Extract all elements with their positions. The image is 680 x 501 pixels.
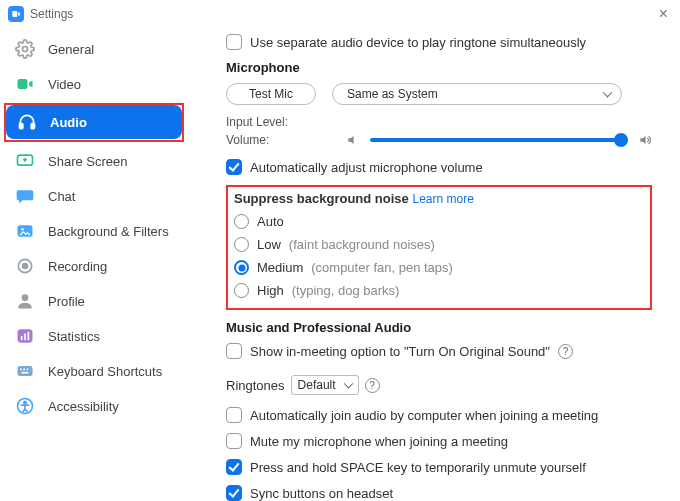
- separate-device-checkbox[interactable]: [226, 34, 242, 50]
- profile-icon: [14, 290, 36, 312]
- svg-point-6: [21, 228, 24, 231]
- close-icon[interactable]: ×: [655, 5, 672, 23]
- svg-point-8: [23, 264, 28, 269]
- svg-rect-12: [24, 334, 26, 341]
- auto-adjust-checkbox[interactable]: [226, 159, 242, 175]
- noise-title: Suppress background noise: [234, 191, 409, 206]
- svg-point-9: [22, 294, 29, 301]
- auto-join-checkbox[interactable]: [226, 407, 242, 423]
- headphones-icon: [16, 111, 38, 133]
- gear-icon: [14, 38, 36, 60]
- noise-auto-row[interactable]: Auto: [234, 210, 644, 233]
- recording-icon: [14, 255, 36, 277]
- separate-device-label: Use separate audio device to play ringto…: [250, 35, 586, 50]
- sidebar-item-share-screen[interactable]: Share Screen: [4, 144, 184, 178]
- noise-high-row[interactable]: High (typing, dog barks): [234, 279, 644, 302]
- share-screen-icon: [14, 150, 36, 172]
- learn-more-link[interactable]: Learn more: [412, 192, 473, 206]
- svg-rect-1: [18, 79, 28, 89]
- titlebar: Settings ×: [0, 0, 680, 28]
- sidebar-item-label: Audio: [50, 115, 87, 130]
- noise-suppress-highlight: Suppress background noise Learn more Aut…: [226, 185, 652, 310]
- sidebar-item-label: Share Screen: [48, 154, 128, 169]
- sidebar-item-label: Statistics: [48, 329, 100, 344]
- noise-low-radio[interactable]: [234, 237, 249, 252]
- svg-rect-17: [27, 369, 29, 371]
- original-sound-label: Show in-meeting option to "Turn On Origi…: [250, 344, 550, 359]
- svg-point-20: [24, 401, 27, 404]
- svg-rect-14: [18, 366, 33, 376]
- separate-device-row: Use separate audio device to play ringto…: [226, 34, 652, 50]
- speaker-high-icon: [638, 133, 652, 147]
- original-sound-checkbox[interactable]: [226, 343, 242, 359]
- sync-headset-label: Sync buttons on headset: [250, 486, 393, 501]
- volume-label: Volume:: [226, 133, 336, 147]
- input-level-label: Input Level:: [226, 115, 336, 129]
- ringtones-select[interactable]: Default: [291, 375, 359, 395]
- svg-rect-18: [22, 372, 29, 374]
- keyboard-icon: [14, 360, 36, 382]
- sidebar-item-profile[interactable]: Profile: [4, 284, 184, 318]
- svg-rect-15: [20, 369, 22, 371]
- auto-adjust-label: Automatically adjust microphone volume: [250, 160, 483, 175]
- accessibility-icon: [14, 395, 36, 417]
- help-icon[interactable]: ?: [558, 344, 573, 359]
- window-title: Settings: [30, 7, 73, 21]
- sidebar-item-label: Accessibility: [48, 399, 119, 414]
- sidebar-item-chat[interactable]: Chat: [4, 179, 184, 213]
- microphone-title: Microphone: [226, 60, 652, 75]
- sidebar-item-statistics[interactable]: Statistics: [4, 319, 184, 353]
- sidebar-item-label: Video: [48, 77, 81, 92]
- space-unmute-label: Press and hold SPACE key to temporarily …: [250, 460, 586, 475]
- sidebar-item-general[interactable]: General: [4, 32, 184, 66]
- sidebar-item-label: Profile: [48, 294, 85, 309]
- noise-low-row[interactable]: Low (faint background noises): [234, 233, 644, 256]
- sidebar-item-label: General: [48, 42, 94, 57]
- sidebar-item-label: Background & Filters: [48, 224, 169, 239]
- input-level-meter: [346, 119, 652, 125]
- statistics-icon: [14, 325, 36, 347]
- sidebar-item-label: Keyboard Shortcuts: [48, 364, 162, 379]
- auto-join-label: Automatically join audio by computer whe…: [250, 408, 598, 423]
- svg-rect-13: [28, 332, 30, 340]
- ringtones-label: Ringtones: [226, 378, 285, 393]
- svg-point-0: [23, 47, 28, 52]
- svg-rect-2: [20, 124, 23, 129]
- sidebar-item-video[interactable]: Video: [4, 67, 184, 101]
- test-mic-button[interactable]: Test Mic: [226, 83, 316, 105]
- chat-icon: [14, 185, 36, 207]
- speaker-low-icon: [346, 133, 360, 147]
- sidebar: General Video Audio Share Screen Chat Ba…: [0, 28, 190, 501]
- video-icon: [14, 73, 36, 95]
- noise-auto-radio[interactable]: [234, 214, 249, 229]
- sidebar-item-recording[interactable]: Recording: [4, 249, 184, 283]
- sidebar-audio-highlight: Audio: [4, 103, 184, 142]
- sidebar-item-keyboard[interactable]: Keyboard Shortcuts: [4, 354, 184, 388]
- mute-join-checkbox[interactable]: [226, 433, 242, 449]
- pro-audio-title: Music and Professional Audio: [226, 320, 652, 335]
- noise-medium-row[interactable]: Medium (computer fan, pen taps): [234, 256, 644, 279]
- sidebar-item-label: Recording: [48, 259, 107, 274]
- sidebar-item-label: Chat: [48, 189, 75, 204]
- sync-headset-checkbox[interactable]: [226, 485, 242, 501]
- mute-join-label: Mute my microphone when joining a meetin…: [250, 434, 508, 449]
- svg-rect-16: [23, 369, 25, 371]
- sidebar-item-accessibility[interactable]: Accessibility: [4, 389, 184, 423]
- help-icon[interactable]: ?: [365, 378, 380, 393]
- noise-medium-radio[interactable]: [234, 260, 249, 275]
- sidebar-item-audio[interactable]: Audio: [6, 105, 182, 139]
- mic-volume-slider[interactable]: [370, 138, 628, 142]
- mic-device-select[interactable]: Same as System: [332, 83, 622, 105]
- app-icon: [8, 6, 24, 22]
- space-unmute-checkbox[interactable]: [226, 459, 242, 475]
- svg-rect-11: [21, 336, 23, 340]
- background-icon: [14, 220, 36, 242]
- settings-panel: Use separate audio device to play ringto…: [190, 28, 680, 501]
- svg-rect-3: [31, 124, 34, 129]
- svg-rect-5: [18, 225, 33, 237]
- sidebar-item-background[interactable]: Background & Filters: [4, 214, 184, 248]
- noise-high-radio[interactable]: [234, 283, 249, 298]
